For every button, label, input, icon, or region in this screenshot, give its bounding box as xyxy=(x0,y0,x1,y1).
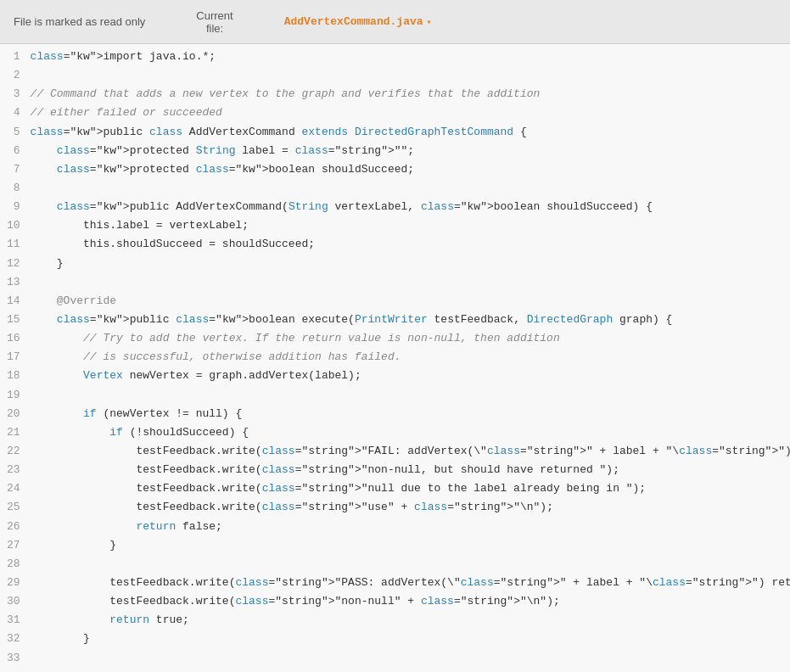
line-code: if (shouldSucceed) { xyxy=(31,668,790,672)
line-code: class="kw">public class="kw">boolean exe… xyxy=(31,311,790,329)
table-row: 12 } xyxy=(0,255,790,273)
table-row: 14 @Override xyxy=(0,292,790,311)
table-row: 30 testFeedback.write(class="string">"no… xyxy=(0,592,790,611)
line-number: 11 xyxy=(0,235,31,254)
line-number: 3 xyxy=(0,85,31,104)
table-row: 31 return true; xyxy=(0,611,790,630)
current-file-label-line1: Current xyxy=(196,9,233,22)
file-name-text: AddVertexCommand.java xyxy=(284,15,423,28)
line-code: // Command that adds a new vertex to the… xyxy=(31,85,790,104)
table-row: 28 xyxy=(0,555,790,574)
line-number: 21 xyxy=(0,423,31,442)
line-number: 17 xyxy=(0,348,31,367)
line-code xyxy=(31,66,790,85)
table-row: 18 Vertex newVertex = graph.addVertex(la… xyxy=(0,367,790,385)
line-code: class="kw">public class AddVertexCommand… xyxy=(31,123,790,142)
line-number: 29 xyxy=(0,574,31,592)
dropdown-arrow-icon[interactable]: ▾ xyxy=(427,17,432,27)
current-file-label-line2: file: xyxy=(206,22,223,35)
line-code xyxy=(31,555,790,574)
line-code: @Override xyxy=(31,292,790,311)
line-number: 20 xyxy=(0,405,31,423)
line-code: testFeedback.write(class="string">"null … xyxy=(31,479,790,498)
table-row: 33 xyxy=(0,649,790,668)
table-row: 34 if (shouldSucceed) { xyxy=(0,668,790,672)
line-code: class="kw">protected class="kw">boolean … xyxy=(31,160,790,179)
line-number: 7 xyxy=(0,160,31,179)
line-code: class="kw">public AddVertexCommand(Strin… xyxy=(31,198,790,216)
line-number: 18 xyxy=(0,367,31,385)
table-row: 16 // Try to add the vertex. If the retu… xyxy=(0,329,790,348)
line-code: return true; xyxy=(31,611,790,630)
table-row: 32 } xyxy=(0,630,790,648)
line-number: 25 xyxy=(0,498,31,517)
code-table: 1class="kw">import java.io.*;2 3// Comma… xyxy=(0,48,790,672)
line-number: 26 xyxy=(0,518,31,536)
table-row: 4// either failed or succeeded xyxy=(0,104,790,122)
line-number: 19 xyxy=(0,386,31,405)
line-code: Vertex newVertex = graph.addVertex(label… xyxy=(31,367,790,385)
line-number: 4 xyxy=(0,104,31,122)
table-row: 8 xyxy=(0,179,790,198)
line-number: 32 xyxy=(0,630,31,648)
line-number: 23 xyxy=(0,461,31,479)
line-number: 9 xyxy=(0,198,31,216)
table-row: 6 class="kw">protected String label = cl… xyxy=(0,142,790,160)
table-row: 11 this.shouldSucceed = shouldSucceed; xyxy=(0,235,790,254)
line-number: 1 xyxy=(0,48,31,66)
table-row: 21 if (!shouldSucceed) { xyxy=(0,423,790,442)
line-number: 30 xyxy=(0,592,31,611)
table-row: 1class="kw">import java.io.*; xyxy=(0,48,790,66)
line-code xyxy=(31,179,790,198)
line-number: 24 xyxy=(0,479,31,498)
table-row: 9 class="kw">public AddVertexCommand(Str… xyxy=(0,198,790,216)
table-row: 25 testFeedback.write(class="string">"us… xyxy=(0,498,790,517)
table-row: 3// Command that adds a new vertex to th… xyxy=(0,85,790,104)
line-number: 13 xyxy=(0,273,31,292)
table-row: 17 // is successful, otherwise addition … xyxy=(0,348,790,367)
line-number: 16 xyxy=(0,329,31,348)
table-row: 26 return false; xyxy=(0,518,790,536)
line-number: 14 xyxy=(0,292,31,311)
line-code: this.label = vertexLabel; xyxy=(31,216,790,235)
header-bar: File is marked as read only Current file… xyxy=(0,0,790,44)
line-code: class="kw">import java.io.*; xyxy=(31,48,790,66)
line-code xyxy=(31,386,790,405)
line-code: } xyxy=(31,536,790,555)
table-row: 23 testFeedback.write(class="string">"no… xyxy=(0,461,790,479)
current-file-container: Current file: xyxy=(196,9,233,35)
line-number: 8 xyxy=(0,179,31,198)
line-code: testFeedback.write(class="string">"non-n… xyxy=(31,461,790,479)
table-row: 15 class="kw">public class="kw">boolean … xyxy=(0,311,790,329)
current-file-name[interactable]: AddVertexCommand.java ▾ xyxy=(284,15,432,28)
line-number: 6 xyxy=(0,142,31,160)
line-code: } xyxy=(31,255,790,273)
line-number: 31 xyxy=(0,611,31,630)
line-code: if (!shouldSucceed) { xyxy=(31,423,790,442)
line-code: class="kw">protected String label = clas… xyxy=(31,142,790,160)
table-row: 2 xyxy=(0,66,790,85)
line-number: 22 xyxy=(0,442,31,461)
table-row: 22 testFeedback.write(class="string">"FA… xyxy=(0,442,790,461)
line-code: testFeedback.write(class="string">"use" … xyxy=(31,498,790,517)
line-number: 33 xyxy=(0,649,31,668)
line-number: 12 xyxy=(0,255,31,273)
line-code: } xyxy=(31,630,790,648)
line-number: 34 xyxy=(0,668,31,672)
table-row: 20 if (newVertex != null) { xyxy=(0,405,790,423)
line-code: testFeedback.write(class="string">"FAIL:… xyxy=(31,442,790,461)
table-row: 13 xyxy=(0,273,790,292)
line-number: 2 xyxy=(0,66,31,85)
table-row: 27 } xyxy=(0,536,790,555)
line-code: return false; xyxy=(31,518,790,536)
table-row: 10 this.label = vertexLabel; xyxy=(0,216,790,235)
table-row: 7 class="kw">protected class="kw">boolea… xyxy=(0,160,790,179)
table-row: 19 xyxy=(0,386,790,405)
line-number: 15 xyxy=(0,311,31,329)
code-area: 1class="kw">import java.io.*;2 3// Comma… xyxy=(0,44,790,672)
line-number: 10 xyxy=(0,216,31,235)
line-code xyxy=(31,273,790,292)
line-code: testFeedback.write(class="string">"PASS:… xyxy=(31,574,790,592)
table-row: 5class="kw">public class AddVertexComman… xyxy=(0,123,790,142)
line-code: // Try to add the vertex. If the return … xyxy=(31,329,790,348)
